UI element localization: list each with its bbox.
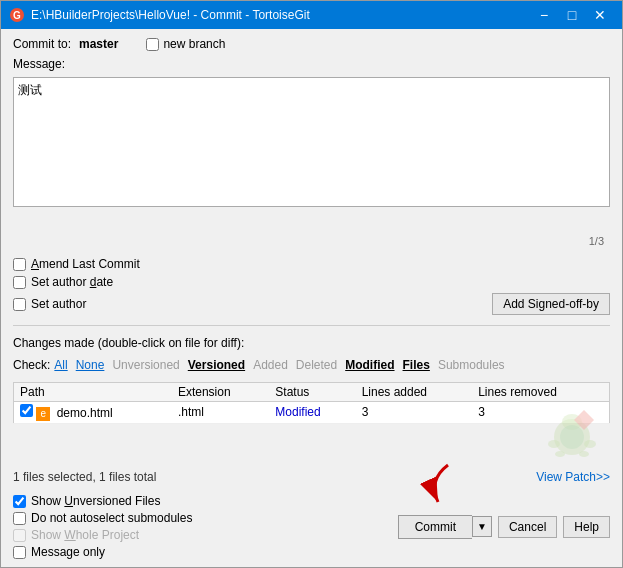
char-counter: 1/3 xyxy=(589,235,604,247)
svg-point-7 xyxy=(555,451,565,457)
set-author-label[interactable]: Set author xyxy=(31,297,86,311)
cell-extension: .html xyxy=(172,402,269,424)
svg-point-8 xyxy=(579,451,589,457)
final-row: Show Unversioned Files Do not autoselect… xyxy=(13,494,610,559)
amend-label[interactable]: Amend Last Commit xyxy=(31,257,140,271)
show-whole-project-checkbox xyxy=(13,529,26,542)
titlebar: G E:\HBuilderProjects\HelloVue! - Commit… xyxy=(1,1,622,29)
commit-buttons-area: Commit ▼ Cancel Help xyxy=(398,515,610,539)
amend-checkbox[interactable] xyxy=(13,258,26,271)
maximize-button[interactable]: □ xyxy=(558,1,586,29)
final-left: Show Unversioned Files Do not autoselect… xyxy=(13,494,192,559)
commit-buttons: Commit ▼ Cancel Help xyxy=(398,515,610,539)
check-modified[interactable]: Modified xyxy=(345,358,394,372)
show-unversioned-label[interactable]: Show Unversioned Files xyxy=(31,494,160,508)
no-autoselect-label[interactable]: Do not autoselect submodules xyxy=(31,511,192,525)
red-arrow xyxy=(408,460,468,510)
main-content: Commit to: master new branch Message: 测试… xyxy=(1,29,622,567)
cell-path: e demo.html xyxy=(14,402,172,424)
show-unversioned-row: Show Unversioned Files xyxy=(13,494,192,508)
file-table-container: Path Extension Status Lines added Lines … xyxy=(13,382,610,462)
titlebar-title: E:\HBuilderProjects\HelloVue! - Commit -… xyxy=(31,8,310,22)
check-unversioned: Unversioned xyxy=(112,358,179,372)
checkboxes-section: Amend Last Commit Set author date Set au… xyxy=(13,257,610,315)
show-unversioned-checkbox[interactable] xyxy=(13,495,26,508)
row-checkbox[interactable] xyxy=(20,404,33,417)
view-patch-link[interactable]: View Patch>> xyxy=(536,470,610,484)
check-row: Check: All None Unversioned Versioned Ad… xyxy=(13,358,610,372)
bottom-info: 1 files selected, 1 files total View Pat… xyxy=(13,470,610,484)
commit-btn-wrapper: Commit ▼ xyxy=(398,515,492,539)
col-lines-added: Lines added xyxy=(356,383,473,402)
svg-text:G: G xyxy=(13,10,21,21)
message-area-wrapper: 测试 1/3 xyxy=(13,77,610,251)
col-extension: Extension xyxy=(172,383,269,402)
set-author-row: Set author xyxy=(13,297,86,311)
svg-point-4 xyxy=(560,425,584,449)
author-date-row: Set author date xyxy=(13,275,610,289)
col-path: Path xyxy=(14,383,172,402)
file-icon: e xyxy=(36,407,50,421)
commit-button[interactable]: Commit xyxy=(398,515,472,539)
check-added: Added xyxy=(253,358,288,372)
changes-label: Changes made (double-click on file for d… xyxy=(13,336,610,350)
check-none[interactable]: None xyxy=(76,358,105,372)
message-label: Message: xyxy=(13,57,610,71)
close-button[interactable]: ✕ xyxy=(586,1,614,29)
signed-off-button[interactable]: Add Signed-off-by xyxy=(492,293,610,315)
titlebar-controls: − □ ✕ xyxy=(530,1,614,29)
signed-off-row: Add Signed-off-by xyxy=(492,293,610,315)
commit-to-row: Commit to: master new branch xyxy=(13,37,610,51)
cancel-button[interactable]: Cancel xyxy=(498,516,557,538)
new-branch-label[interactable]: new branch xyxy=(163,37,225,51)
col-status: Status xyxy=(269,383,355,402)
cell-lines-added: 3 xyxy=(356,402,473,424)
minimize-button[interactable]: − xyxy=(530,1,558,29)
separator-1 xyxy=(13,325,610,326)
set-author-checkbox[interactable] xyxy=(13,298,26,311)
app-icon: G xyxy=(9,7,25,23)
file-table: Path Extension Status Lines added Lines … xyxy=(13,382,610,424)
tortoise-logo xyxy=(542,402,602,462)
col-lines-removed: Lines removed xyxy=(472,383,609,402)
show-whole-project-row: Show Whole Project xyxy=(13,528,192,542)
check-files[interactable]: Files xyxy=(403,358,430,372)
new-branch-checkbox[interactable] xyxy=(146,38,159,51)
main-window: G E:\HBuilderProjects\HelloVue! - Commit… xyxy=(0,0,623,568)
message-only-checkbox[interactable] xyxy=(13,546,26,559)
check-submodules: Submodules xyxy=(438,358,505,372)
file-path: demo.html xyxy=(57,406,113,420)
message-only-label[interactable]: Message only xyxy=(31,545,105,559)
help-button[interactable]: Help xyxy=(563,516,610,538)
table-row[interactable]: e demo.html .html Modified 3 3 xyxy=(14,402,610,424)
check-deleted: Deleted xyxy=(296,358,337,372)
author-date-checkbox[interactable] xyxy=(13,276,26,289)
show-whole-project-label: Show Whole Project xyxy=(31,528,139,542)
cell-status: Modified xyxy=(269,402,355,424)
message-textarea[interactable]: 测试 xyxy=(13,77,610,207)
no-autoselect-row: Do not autoselect submodules xyxy=(13,511,192,525)
check-all[interactable]: All xyxy=(54,358,67,372)
commit-dropdown-button[interactable]: ▼ xyxy=(472,516,492,537)
message-only-row: Message only xyxy=(13,545,192,559)
author-date-label[interactable]: Set author date xyxy=(31,275,113,289)
check-versioned[interactable]: Versioned xyxy=(188,358,245,372)
no-autoselect-checkbox[interactable] xyxy=(13,512,26,525)
files-count: 1 files selected, 1 files total xyxy=(13,470,156,484)
commit-to-label: Commit to: xyxy=(13,37,71,51)
check-label: Check: xyxy=(13,358,50,372)
amend-row: Amend Last Commit xyxy=(13,257,610,271)
branch-name: master xyxy=(79,37,118,51)
new-branch-check: new branch xyxy=(146,37,225,51)
svg-point-6 xyxy=(584,440,596,448)
svg-point-5 xyxy=(548,440,560,448)
titlebar-left: G E:\HBuilderProjects\HelloVue! - Commit… xyxy=(9,7,310,23)
